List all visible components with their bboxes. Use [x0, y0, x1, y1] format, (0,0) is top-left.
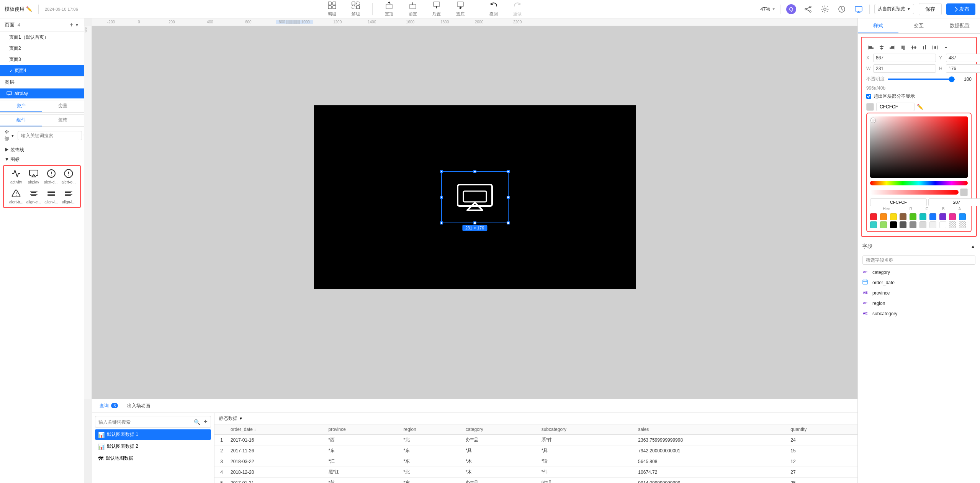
add-source-icon[interactable]: +: [203, 418, 208, 426]
color-swatch-item[interactable]: [919, 213, 926, 220]
icons-section-title[interactable]: ▼ 图标: [0, 154, 84, 164]
field-item-region[interactable]: AEregion: [858, 298, 980, 308]
color-swatch-item[interactable]: [949, 213, 956, 220]
query-tab[interactable]: 查询 3: [97, 401, 121, 411]
handle-bc[interactable]: [473, 221, 476, 224]
icon-alert-octagon[interactable]: alert-o...: [61, 167, 77, 186]
static-data-chevron-icon[interactable]: ▼: [239, 416, 243, 421]
color-swatch-item[interactable]: [919, 221, 926, 228]
color-swatch-item[interactable]: [959, 213, 966, 220]
distribute-h-btn[interactable]: [931, 43, 940, 52]
data-source-2[interactable]: 📊 默认图表数据 2: [95, 441, 211, 452]
color-swatch-item[interactable]: [939, 221, 946, 228]
decoration-tab[interactable]: 装饰: [42, 115, 84, 126]
interact-tab[interactable]: 交互: [898, 18, 939, 33]
page-item-4[interactable]: ✓ 页面4: [0, 65, 84, 76]
color-swatch-item[interactable]: [910, 221, 916, 228]
align-middle-btn[interactable]: [909, 43, 918, 52]
page-item-2[interactable]: 页面2: [0, 43, 84, 54]
icon-activity[interactable]: activity: [8, 167, 24, 186]
handle-tl[interactable]: [440, 170, 443, 173]
hex-value-input[interactable]: [870, 198, 927, 206]
icon-align-left[interactable]: align-l...: [61, 187, 77, 206]
color-swatch-item[interactable]: [890, 213, 897, 220]
opacity-slider[interactable]: [888, 79, 955, 80]
distribute-v-btn[interactable]: [941, 43, 951, 52]
h-input[interactable]: [946, 64, 980, 73]
color-swatch-item[interactable]: [870, 213, 877, 220]
handle-br[interactable]: [507, 221, 510, 224]
field-item-order_date[interactable]: order_date: [858, 277, 980, 288]
data-source-1[interactable]: 📊 默认图表数据 1: [95, 429, 211, 440]
align-center-horizontal-btn[interactable]: [877, 43, 886, 52]
color-swatch-item[interactable]: [880, 221, 887, 228]
preview-dropdown[interactable]: 从当前页预览 ▼: [874, 4, 914, 14]
x-input[interactable]: [873, 54, 936, 62]
handle-mr[interactable]: [507, 196, 510, 199]
zoom-control[interactable]: 47% ▼: [760, 6, 775, 12]
handle-bl[interactable]: [440, 221, 443, 224]
icon-alert-triangle[interactable]: alert-tr...: [8, 187, 24, 206]
undo-btn[interactable]: 撤回: [486, 0, 501, 18]
color-swatch[interactable]: [866, 103, 874, 111]
align-left-btn[interactable]: [866, 43, 875, 52]
field-item-subcategory[interactable]: AEsubcategory: [858, 308, 980, 319]
publish-button[interactable]: 发布: [946, 3, 975, 15]
color-swatch-item[interactable]: [939, 213, 946, 220]
fields-collapse-icon[interactable]: ▲: [970, 244, 975, 249]
bring-top-btn[interactable]: 置顶: [382, 0, 396, 18]
assets-tab-assets[interactable]: 资产: [0, 100, 42, 112]
field-item-category[interactable]: AEcategory: [858, 267, 980, 277]
data-config-tab[interactable]: 数据配置: [939, 18, 980, 33]
send-bottom-btn[interactable]: 置底: [453, 0, 468, 18]
color-swatch-item[interactable]: [890, 221, 897, 228]
color-swatch-item[interactable]: [870, 221, 877, 228]
col-header-province[interactable]: province: [324, 424, 399, 435]
col-header-sales[interactable]: sales: [633, 424, 786, 435]
animation-tab[interactable]: 出入场动画: [124, 401, 153, 411]
share-icon[interactable]: [802, 3, 814, 15]
layer-item-airplay[interactable]: airplay: [0, 88, 84, 98]
color-swatch-item[interactable]: [900, 213, 906, 220]
col-header-subcategory[interactable]: subcategory: [537, 424, 634, 435]
col-header-category[interactable]: category: [461, 424, 537, 435]
icon-airplay[interactable]: airplay: [26, 167, 42, 186]
page-item-3[interactable]: 页面3: [0, 54, 84, 65]
assets-filter[interactable]: 全部 ▼: [5, 129, 15, 142]
assets-search-input[interactable]: [18, 131, 82, 140]
col-header-region[interactable]: region: [399, 424, 461, 435]
handle-ml[interactable]: [440, 196, 443, 199]
handle-tc[interactable]: [473, 170, 476, 173]
avatar-icon[interactable]: Q: [785, 3, 797, 15]
color-swatch-transparent[interactable]: [949, 221, 956, 228]
data-source-3[interactable]: 🗺 默认地图数据: [95, 453, 211, 463]
align-bottom-btn[interactable]: [920, 43, 929, 52]
color-gradient-area[interactable]: [870, 116, 968, 178]
w-input[interactable]: [873, 64, 936, 73]
y-input[interactable]: [946, 54, 980, 62]
color-swatch-transparent[interactable]: [959, 221, 966, 228]
hue-slider[interactable]: [870, 181, 968, 185]
color-swatch-item[interactable]: [910, 213, 916, 220]
bring-forward-btn[interactable]: 前置: [406, 0, 420, 18]
settings-icon[interactable]: [819, 3, 831, 15]
color-cursor[interactable]: [871, 118, 875, 123]
icon-align-justify[interactable]: align-i...: [43, 187, 59, 206]
col-header-quantity[interactable]: quantity: [786, 424, 857, 435]
color-swatch-item[interactable]: [929, 221, 936, 228]
decorative-line-section[interactable]: ▶ 装饰线: [0, 144, 84, 154]
style-tab[interactable]: 样式: [858, 18, 898, 33]
assets-tab-variables[interactable]: 变量: [42, 100, 84, 112]
color-swatch-item[interactable]: [900, 221, 906, 228]
color-swatch-item[interactable]: [880, 213, 887, 220]
handle-tr[interactable]: [507, 170, 510, 173]
pencil-edit-icon[interactable]: ✏️: [917, 104, 923, 110]
color-swatch-item[interactable]: [929, 213, 936, 220]
selected-airplay-element[interactable]: 231 × 176: [443, 173, 507, 222]
alpha-slider[interactable]: [870, 190, 959, 195]
align-right-btn[interactable]: [888, 43, 897, 52]
send-backward-btn[interactable]: 后置: [429, 0, 444, 18]
pages-chevron-icon[interactable]: ▼: [75, 22, 79, 28]
align-top-btn[interactable]: [898, 43, 908, 52]
overflow-checkbox[interactable]: [866, 94, 871, 99]
